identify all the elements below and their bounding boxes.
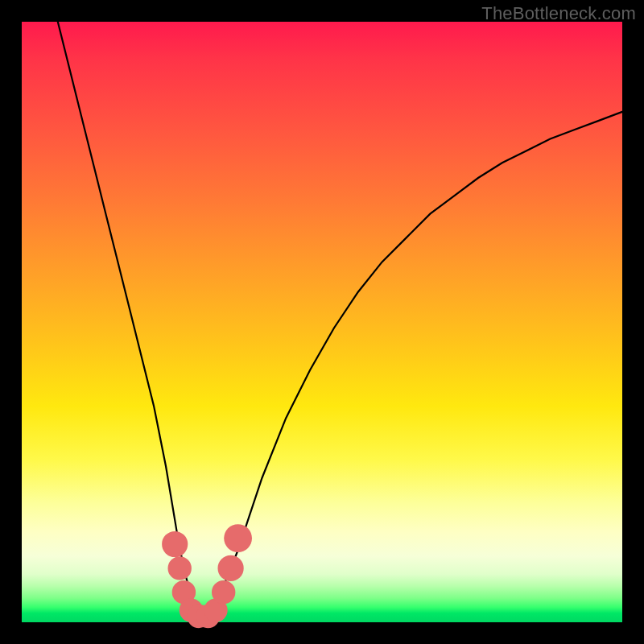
chart-frame: TheBottleneck.com — [0, 0, 644, 644]
attribution-label: TheBottleneck.com — [481, 3, 636, 24]
curve-markers — [162, 524, 252, 628]
curve-marker — [168, 556, 192, 580]
curve-marker — [224, 524, 252, 552]
plot-area — [22, 22, 622, 622]
curve-marker — [218, 555, 244, 581]
curve-layer — [22, 22, 622, 622]
curve-marker — [212, 580, 235, 604]
curve-marker — [162, 531, 188, 557]
bottleneck-curve — [58, 22, 622, 617]
